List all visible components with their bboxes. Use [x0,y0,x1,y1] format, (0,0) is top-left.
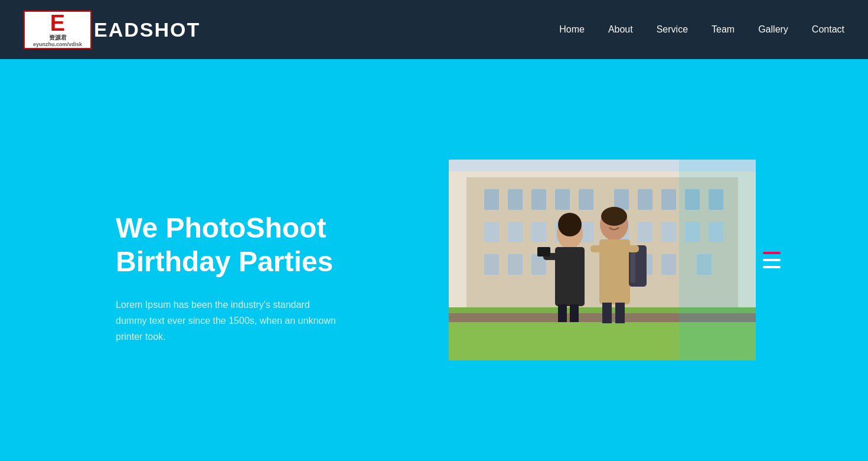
svg-rect-8 [614,189,629,210]
main-section: We PhotoShoot Birthday Parties Lorem Ips… [0,59,868,461]
nav-gallery[interactable]: Gallery [758,24,788,35]
svg-rect-3 [484,189,499,210]
logo-badge: E 资源君 eyunzhu.com/vdisk [24,11,92,49]
svg-point-42 [601,207,627,226]
svg-rect-14 [508,222,523,242]
nav-team[interactable]: Team [712,24,735,35]
svg-rect-20 [661,222,676,242]
main-nav: Home About Service Team Gallery Contact [559,24,844,35]
nav-service[interactable]: Service [657,24,688,35]
photo-section [449,160,756,361]
nav-contact[interactable]: Contact [812,24,844,35]
nav-about[interactable]: About [608,24,633,35]
svg-rect-7 [579,189,593,210]
svg-rect-49 [615,303,625,323]
nav-home[interactable]: Home [559,24,585,35]
svg-rect-4 [508,189,523,210]
svg-rect-15 [531,222,546,242]
svg-rect-38 [537,247,550,257]
header: E 资源君 eyunzhu.com/vdisk EADSHOT Home Abo… [0,0,868,59]
svg-rect-23 [484,254,499,275]
svg-rect-24 [508,254,523,275]
menu-icon[interactable] [763,252,781,268]
svg-rect-48 [602,303,612,323]
svg-rect-9 [638,189,652,210]
svg-point-35 [558,213,582,236]
logo-cn-text: 资源君 [49,34,67,41]
menu-line-bottom [763,266,781,268]
svg-rect-39 [558,304,567,322]
brand-text: EADSHOT [94,18,200,41]
svg-rect-13 [484,222,499,242]
menu-line-top [763,252,781,254]
menu-line-middle [763,259,781,261]
hero-image [449,160,756,361]
svg-rect-19 [638,222,652,242]
logo-site-text: eyunzhu.com/vdisk [33,41,82,47]
logo-e-letter: E [50,12,65,34]
svg-rect-10 [661,189,676,210]
photo-container [449,160,756,361]
svg-rect-29 [661,254,676,275]
main-description: Lorem Ipsum has been the industry's stan… [116,297,340,345]
svg-rect-43 [599,239,630,304]
svg-rect-50 [679,160,756,361]
svg-rect-40 [570,304,579,322]
left-content: We PhotoShoot Birthday Parties Lorem Ips… [0,176,366,345]
svg-rect-5 [531,189,546,210]
main-title: We PhotoShoot Birthday Parties [116,211,366,279]
svg-rect-46 [590,245,602,252]
svg-rect-47 [627,245,639,252]
svg-rect-6 [555,189,570,210]
logo-area: E 资源君 eyunzhu.com/vdisk EADSHOT [24,11,200,49]
